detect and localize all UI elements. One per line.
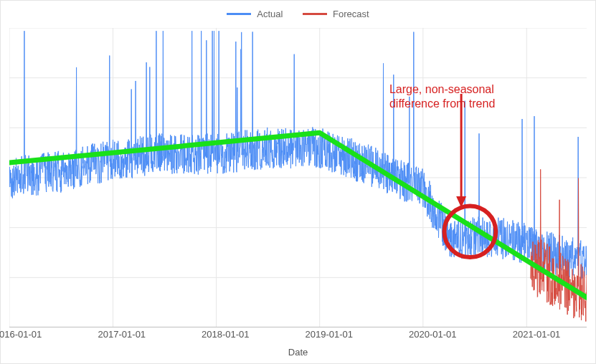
legend-label-actual: Actual [257, 9, 283, 19]
annotation-line1: Large, non-seasonal [389, 83, 494, 95]
x-tick: 2019-01-01 [306, 329, 354, 340]
x-tick: 2016-01-01 [0, 329, 42, 340]
x-axis-title: Date [1, 347, 595, 358]
legend-item-actual: Actual [227, 9, 283, 19]
legend-label-forecast: Forecast [333, 9, 369, 19]
x-axis-ticks: 2016-01-012017-01-012018-01-012019-01-01… [9, 329, 587, 342]
x-tick: 2018-01-01 [202, 329, 250, 340]
x-tick: 2021-01-01 [513, 329, 561, 340]
x-tick: 2020-01-01 [409, 329, 457, 340]
annotation-text: Large, non-seasonal difference from tren… [389, 82, 495, 112]
legend-swatch-actual [227, 13, 251, 15]
legend-swatch-forecast [303, 13, 327, 15]
annotation-line2: difference from trend [389, 97, 495, 110]
x-tick: 2017-01-01 [98, 329, 146, 340]
plot-area: Large, non-seasonal difference from tren… [9, 28, 587, 327]
chart-container: Actual Forecast Large, non-seasonal diff… [0, 0, 596, 364]
svg-point-14 [444, 206, 496, 257]
legend: Actual Forecast [1, 6, 595, 19]
legend-item-forecast: Forecast [303, 9, 369, 19]
overlay-layer [9, 28, 587, 327]
